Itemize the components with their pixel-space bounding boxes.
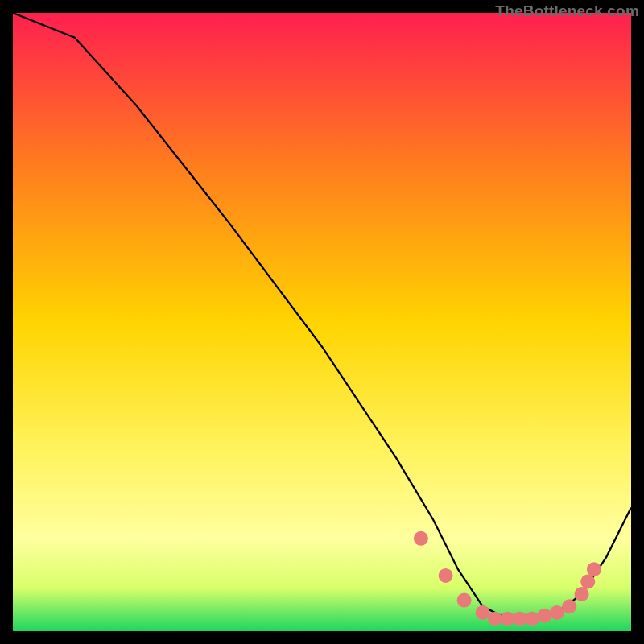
marker-dot: [488, 612, 502, 626]
marker-dot: [439, 568, 453, 583]
marker-dot: [580, 575, 595, 589]
marker-dot: [525, 612, 539, 626]
gradient-background: [13, 13, 631, 631]
chart-svg: [13, 13, 631, 631]
marker-dot: [414, 531, 428, 546]
marker-dot: [562, 599, 576, 613]
marker-dot: [550, 605, 564, 620]
marker-dot: [476, 605, 490, 620]
marker-dot: [457, 593, 472, 608]
marker-dot: [537, 609, 551, 623]
chart-container: TheBottleneck.com: [0, 0, 644, 644]
marker-dot: [513, 612, 527, 626]
plot-area: [13, 13, 631, 631]
watermark-text: TheBottleneck.com: [495, 2, 639, 20]
marker-dot: [575, 587, 589, 601]
marker-dot: [500, 612, 514, 626]
marker-dot: [587, 562, 601, 576]
